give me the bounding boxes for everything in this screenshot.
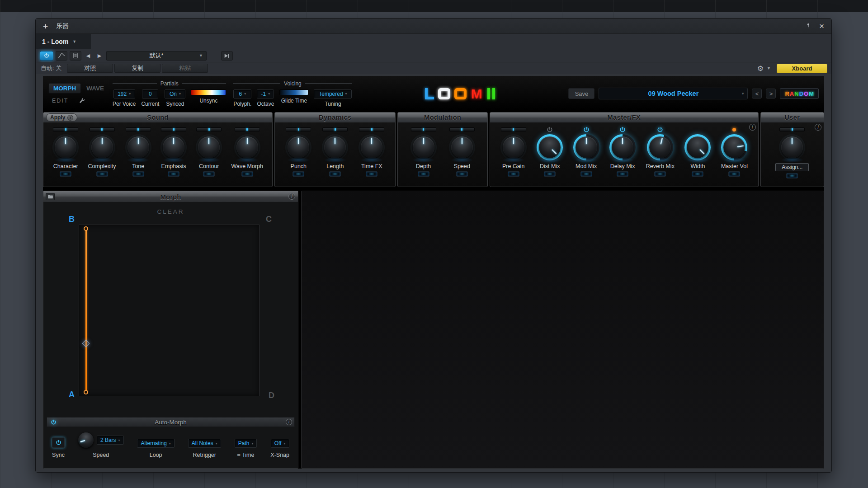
path-start-handle[interactable]	[84, 226, 88, 231]
mod-range-slider[interactable]	[235, 127, 260, 131]
contour-knob[interactable]	[196, 134, 222, 160]
user-info-icon[interactable]: i	[815, 124, 821, 131]
next-preset-button[interactable]: ▶	[95, 51, 104, 61]
auto-morph-power-icon[interactable]	[51, 419, 57, 425]
compare-button[interactable]: 对照	[67, 64, 113, 73]
mod-fx-power-button[interactable]	[583, 127, 590, 133]
retrigger-select[interactable]: All Notes▾	[188, 439, 221, 448]
auto-morph-speed-knob[interactable]	[78, 432, 94, 448]
morph-path-line[interactable]	[85, 229, 87, 392]
clear-button[interactable]: CLEAR	[157, 208, 184, 215]
morph-pad[interactable]	[79, 225, 259, 396]
random-button[interactable]: R A N D O M	[780, 88, 819, 99]
mod-range-slider[interactable]	[322, 127, 348, 131]
reverb-power-button[interactable]	[657, 127, 663, 133]
folder-icon[interactable]	[46, 193, 55, 200]
assign-button[interactable]: Assign...	[775, 163, 809, 171]
time-mode-select[interactable]: Path▾	[235, 439, 257, 448]
reverb-mix-knob[interactable]	[647, 134, 673, 160]
plugin-enable-button[interactable]	[40, 51, 53, 61]
tab-wave[interactable]: WAVE	[85, 84, 105, 93]
plugin-preset-selector[interactable]: 09 Wood Pecker ▾	[599, 88, 748, 99]
master-vol-knob[interactable]	[721, 134, 747, 160]
path-end-handle[interactable]	[84, 390, 88, 394]
chevron-down-icon[interactable]: ▼	[767, 66, 771, 70]
delay-power-button[interactable]	[619, 127, 626, 133]
length-knob[interactable]	[322, 134, 348, 160]
octave-select[interactable]: -1▾	[257, 89, 274, 99]
mod-range-slider[interactable]	[126, 127, 151, 131]
auto-morph-info-icon[interactable]: i	[286, 419, 292, 425]
automation-curve-button[interactable]	[56, 51, 67, 61]
delay-mix-knob[interactable]	[609, 134, 636, 160]
mod-range-slider[interactable]	[449, 127, 475, 131]
paste-button[interactable]: 粘贴	[162, 64, 208, 73]
synced-select[interactable]: On▾	[165, 89, 185, 99]
tab-edit[interactable]: EDIT	[48, 98, 68, 104]
knob-pointer	[576, 136, 597, 158]
pre-gain-knob[interactable]	[500, 134, 527, 160]
preset-prev-button[interactable]: <	[752, 89, 762, 99]
sync-toggle-button[interactable]	[52, 437, 65, 448]
depth-knob[interactable]	[410, 134, 437, 160]
width-knob[interactable]	[684, 134, 711, 160]
morph-info-icon[interactable]: i	[288, 193, 295, 200]
corner-a-button[interactable]: A	[69, 390, 75, 399]
mod-mix-knob[interactable]	[573, 134, 599, 160]
slider-tick	[101, 128, 103, 131]
mod-range-slider[interactable]	[359, 127, 384, 131]
save-button[interactable]: Save	[568, 88, 594, 99]
polyphony-select[interactable]: 6▾	[233, 89, 251, 99]
loop-mode-select[interactable]: Alternating▾	[137, 439, 174, 448]
mod-range-slider[interactable]	[779, 127, 805, 131]
instrument-selector[interactable]: 1 - Loom ▼	[36, 34, 91, 49]
mod-range-slider[interactable]	[501, 127, 526, 131]
copy-button[interactable]: 复制	[114, 64, 160, 73]
apply-button[interactable]: Applyi	[46, 113, 77, 122]
glide-time-slider[interactable]	[279, 89, 308, 95]
x-snap-select[interactable]: Off▾	[271, 439, 289, 448]
dist-power-button[interactable]	[547, 127, 553, 133]
corner-b-button[interactable]: B	[69, 215, 75, 224]
complexity-knob[interactable]	[89, 134, 115, 160]
punch-knob[interactable]	[285, 134, 311, 160]
add-instrument-icon[interactable]: +	[43, 21, 48, 31]
xboard-button[interactable]: Xboard	[777, 64, 827, 73]
wrench-icon[interactable]	[79, 98, 85, 104]
preset-next-button[interactable]: >	[766, 89, 776, 99]
unsync-rainbow-slider[interactable]	[191, 89, 226, 95]
time-fx-knob[interactable]	[359, 134, 385, 160]
automation-mode-label[interactable]: 自动: 关	[40, 64, 66, 72]
corner-c-button[interactable]: C	[266, 215, 272, 224]
mod-range-slider[interactable]	[196, 127, 222, 131]
wave-morph-knob[interactable]	[234, 134, 260, 160]
info-icon[interactable]: i	[67, 115, 73, 121]
prev-preset-button[interactable]: ◀	[84, 51, 93, 61]
close-icon[interactable]: ×	[819, 22, 824, 30]
per-voice-select[interactable]: 192▾	[113, 89, 135, 99]
tuning-select[interactable]: Tempered▾	[314, 89, 352, 99]
corner-d-button[interactable]: D	[269, 391, 274, 400]
skip-to-end-button[interactable]	[221, 51, 233, 61]
mod-range-slider[interactable]	[286, 127, 311, 131]
logo-letter-o-orange	[454, 88, 467, 99]
mod-range-slider[interactable]	[90, 127, 115, 131]
dist-mix-knob[interactable]	[537, 134, 563, 160]
host-preset-field[interactable]: 默认* ▼	[106, 51, 207, 61]
pin-icon[interactable]	[805, 23, 811, 29]
character-knob[interactable]	[52, 134, 79, 160]
speed-sync-select[interactable]: 2 Bars▾	[97, 436, 124, 445]
gear-icon[interactable]: ⚙	[757, 64, 764, 73]
master-fx-info-icon[interactable]: i	[749, 124, 756, 131]
mod-range-slider[interactable]	[411, 127, 436, 131]
chevron-down-icon: ▾	[169, 441, 171, 446]
emphasis-knob[interactable]	[160, 134, 187, 160]
mod-range-slider[interactable]	[53, 127, 78, 131]
preset-file-button[interactable]	[70, 51, 81, 61]
user-assign-knob[interactable]	[779, 134, 805, 160]
tone-knob[interactable]	[125, 134, 151, 160]
mod-range-slider[interactable]	[161, 127, 186, 131]
tab-morph[interactable]: MORPH	[48, 83, 81, 94]
mod-speed-knob[interactable]	[449, 134, 475, 160]
morph-position-marker[interactable]	[82, 340, 90, 347]
